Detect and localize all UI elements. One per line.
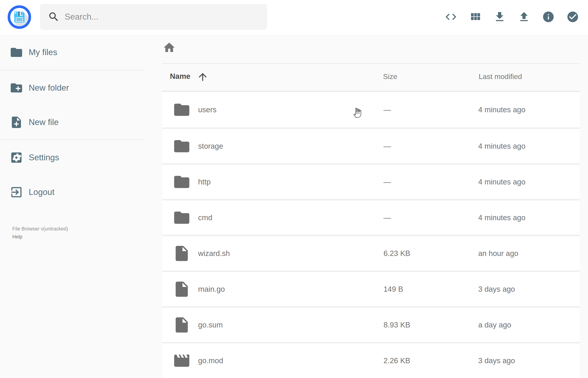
file-modified: 3 days ago — [478, 356, 515, 365]
download-button[interactable] — [493, 11, 506, 23]
sidebar-divider — [0, 139, 144, 140]
code-icon — [444, 11, 457, 23]
sidebar-item-new-folder[interactable]: New folder — [0, 78, 144, 98]
file-modified: an hour ago — [478, 249, 518, 258]
sidebar-item-label: My files — [29, 48, 57, 57]
column-header-modified[interactable]: Last modified — [479, 72, 522, 81]
file-row[interactable]: go.sum8.93 KBa day ago — [162, 306, 580, 342]
filebrowser-logo-icon — [7, 5, 31, 29]
sidebar-item-label: New folder — [29, 83, 69, 93]
file-size: — — [384, 178, 391, 186]
file-size: 8.93 KB — [384, 321, 410, 329]
sidebar-divider — [0, 70, 144, 70]
sidebar-item-my-files[interactable]: My files — [0, 42, 144, 63]
folder-icon — [10, 46, 23, 59]
sidebar-item-label: Settings — [29, 153, 59, 162]
file-modified: 3 days ago — [478, 285, 515, 294]
file-size: — — [384, 213, 391, 222]
file-row[interactable]: http—4 minutes ago — [162, 163, 580, 199]
file-row[interactable]: cmd—4 minutes ago — [162, 199, 580, 235]
file-name: cmd — [198, 213, 212, 222]
search-bar[interactable] — [40, 4, 267, 30]
settings-icon — [10, 151, 23, 164]
exit-icon — [10, 185, 23, 199]
file-size: — — [384, 106, 391, 114]
movie-icon — [173, 351, 191, 370]
file-name: go.sum — [198, 321, 223, 329]
breadcrumb-home-button[interactable] — [163, 41, 176, 54]
upload-button[interactable] — [518, 11, 530, 23]
file-modified: a day ago — [478, 321, 511, 329]
file-modified: 4 minutes ago — [478, 213, 525, 222]
file-modified: 4 minutes ago — [478, 178, 525, 186]
file-list: users—4 minutes agostorage—4 minutes ago… — [162, 91, 580, 378]
column-header-name[interactable]: Name — [170, 72, 190, 81]
sidebar-item-new-file[interactable]: New file — [0, 112, 144, 133]
file-size: 149 B — [384, 285, 403, 294]
home-icon — [163, 41, 176, 54]
check-circle-icon — [566, 11, 579, 23]
file-name: main.go — [198, 285, 225, 294]
file-modified: 4 minutes ago — [478, 142, 525, 150]
create-new-folder-icon — [10, 81, 23, 95]
file-icon — [173, 244, 191, 263]
folder-icon — [173, 209, 191, 227]
sort-ascending-icon[interactable] — [197, 71, 209, 83]
file-icon — [173, 316, 191, 334]
upload-icon — [518, 11, 530, 23]
folder-icon — [173, 137, 191, 155]
download-icon — [493, 11, 506, 23]
file-row[interactable]: users—4 minutes ago — [162, 92, 580, 128]
search-icon — [48, 11, 60, 23]
folder-icon — [173, 173, 191, 191]
sidebar-item-settings[interactable]: Settings — [0, 147, 144, 168]
shell-toggle-button[interactable] — [444, 11, 457, 23]
top-bar — [0, 0, 588, 35]
file-size: 6.23 KB — [384, 249, 410, 258]
file-name: storage — [198, 142, 223, 150]
file-row[interactable]: main.go149 B3 days ago — [162, 270, 580, 306]
file-modified: 4 minutes ago — [478, 106, 525, 114]
sidebar-item-logout[interactable]: Logout — [0, 182, 144, 202]
sidebar-item-label: New file — [29, 118, 59, 127]
file-icon — [173, 280, 191, 298]
note-add-icon — [10, 115, 23, 129]
app-logo[interactable] — [7, 5, 31, 29]
file-row[interactable]: go.mod2.26 KB3 days ago — [162, 342, 580, 378]
file-size: — — [384, 142, 391, 150]
view-module-icon — [469, 11, 482, 23]
sidebar: File Browser v(untracked) Help My filesN… — [0, 35, 144, 378]
file-row[interactable]: storage—4 minutes ago — [162, 128, 580, 163]
switch-view-button[interactable] — [469, 11, 482, 23]
app-version-text: File Browser v(untracked) — [12, 225, 68, 233]
file-name: users — [198, 106, 216, 114]
sidebar-item-label: Logout — [29, 188, 54, 197]
file-size: 2.26 KB — [384, 356, 410, 365]
help-link[interactable]: Help — [12, 233, 22, 241]
file-name: go.mod — [198, 356, 223, 365]
sidebar-footer: File Browser v(untracked) Help — [12, 225, 68, 241]
info-icon — [542, 11, 555, 23]
file-name: http — [198, 178, 211, 186]
search-input[interactable] — [65, 12, 251, 22]
file-row[interactable]: wizard.sh6.23 KBan hour ago — [162, 235, 580, 270]
column-header-size[interactable]: Size — [383, 72, 397, 81]
file-info-button[interactable] — [542, 11, 555, 23]
header-actions — [444, 11, 579, 23]
folder-icon — [173, 101, 191, 119]
file-name: wizard.sh — [198, 249, 230, 258]
breadcrumb-divider — [162, 63, 580, 64]
select-multiple-button[interactable] — [566, 11, 579, 23]
